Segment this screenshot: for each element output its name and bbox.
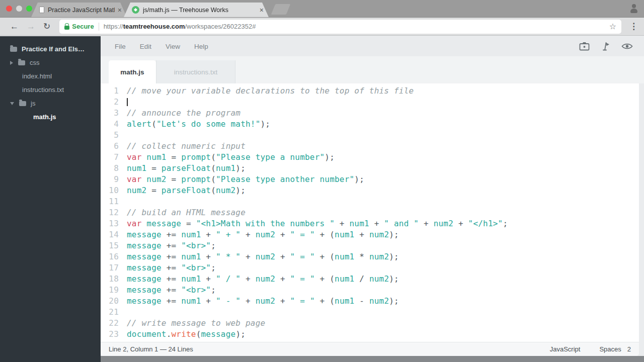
sidebar-item-index-html[interactable]: index.html — [0, 69, 101, 83]
code-token: var — [127, 152, 142, 162]
code-line[interactable]: 14message += num1 + " + " + num2 + " = "… — [101, 229, 639, 240]
forward-button[interactable]: → — [23, 22, 39, 31]
close-tab-icon[interactable]: × — [118, 7, 122, 14]
code-line[interactable]: 2 — [101, 97, 639, 108]
status-indent-type[interactable]: Spaces — [599, 345, 621, 353]
code-line[interactable]: 16message += num1 + " * " + num2 + " = "… — [101, 251, 639, 262]
line-number: 20 — [101, 296, 119, 307]
address-bar[interactable]: Secure https://teamtreehouse.com/workspa… — [59, 20, 621, 34]
code-line[interactable]: 1// move your variable declarations to t… — [101, 85, 639, 97]
sidebar-item-math-js[interactable]: math.js — [0, 110, 101, 124]
reload-button[interactable]: ↻ — [39, 22, 54, 31]
chevron-down-icon[interactable] — [10, 102, 14, 105]
chevron-right-icon[interactable] — [10, 61, 13, 65]
code-token: ); — [325, 152, 335, 162]
code-token: " = " — [290, 252, 315, 261]
sidebar-item-css[interactable]: css — [0, 56, 101, 69]
sidebar-item-label: js — [31, 100, 35, 107]
browser-tab-treehouse-workspace[interactable]: js/math.js — Treehouse Works × — [124, 3, 269, 17]
code-token: = — [181, 219, 196, 228]
code-line[interactable]: 7var num1 = prompt("Please type a number… — [101, 152, 639, 163]
fork-icon[interactable] — [601, 41, 610, 51]
code-token: ); — [261, 119, 271, 129]
code-line[interactable]: 5 — [101, 130, 639, 141]
close-tab-icon[interactable]: × — [260, 7, 264, 14]
code-token: message — [127, 252, 162, 261]
code-line[interactable]: 13var message = "<h1>Math with the numbe… — [101, 218, 639, 229]
code-token: "Let's do some math!" — [156, 119, 261, 129]
editor-tab-math-js[interactable]: math.js — [109, 60, 156, 83]
code-line-content: message += num1 + " - " + num2 + " = " +… — [119, 296, 399, 307]
back-button[interactable]: ← — [6, 22, 23, 31]
code-token: num2 — [256, 296, 275, 306]
code-line[interactable]: 20message += num1 + " - " + num2 + " = "… — [101, 296, 639, 307]
code-line[interactable]: 21 — [101, 307, 639, 318]
code-token: ); — [389, 252, 399, 261]
code-token: ( — [211, 152, 216, 162]
editor-tab-instructions-txt[interactable]: instructions.txt — [156, 60, 235, 83]
code-token: + — [354, 230, 369, 239]
status-language[interactable]: JavaScript — [550, 345, 581, 353]
zoom-window-button[interactable] — [26, 6, 32, 12]
code-line[interactable]: 17message += "<br>"; — [101, 262, 639, 274]
code-token: += — [162, 296, 181, 306]
code-line-content — [119, 97, 128, 108]
sidebar-item-label: math.js — [33, 113, 56, 121]
code-line[interactable]: 8num1 = parseFloat(num1); — [101, 163, 639, 174]
code-token: prompt — [181, 174, 211, 184]
security-chip[interactable]: Secure — [64, 23, 94, 30]
menu-edit[interactable]: Edit — [140, 43, 151, 50]
code-line[interactable]: 18message += num1 + " / " + num2 + " = "… — [101, 274, 639, 285]
code-token: + — [201, 296, 216, 306]
code-token: + — [419, 219, 434, 228]
code-line[interactable]: 11 — [101, 196, 639, 207]
menu-view[interactable]: View — [166, 43, 180, 50]
code-line[interactable]: 22// write message to web page — [101, 318, 639, 329]
sidebar-item-practice-if-and-els[interactable]: Practice If and Els… — [0, 42, 101, 56]
code-line[interactable]: 23document.write(message); — [101, 329, 639, 340]
code-token: " / " — [216, 274, 240, 284]
code-line[interactable]: 10num2 = parseFloat(num2); — [101, 185, 639, 196]
menu-file[interactable]: File — [115, 43, 126, 50]
code-token — [142, 219, 147, 228]
code-line[interactable]: 6// collect numeric input — [101, 141, 639, 152]
code-token: * — [354, 252, 369, 261]
eye-icon[interactable] — [621, 42, 633, 50]
bookmark-star-icon[interactable]: ☆ — [609, 23, 616, 31]
minimize-window-button[interactable] — [16, 6, 22, 12]
code-token: ); — [354, 174, 364, 184]
code-token: ( — [211, 186, 216, 195]
close-window-button[interactable] — [6, 6, 12, 12]
code-token: ; — [503, 219, 508, 228]
code-line[interactable]: 19message += "<br>"; — [101, 285, 639, 296]
browser-tab-practice-javascript-math[interactable]: Practice JavaScript Math × — [31, 3, 127, 17]
line-number: 6 — [101, 141, 119, 152]
code-token: ( — [211, 174, 216, 184]
cursor-position-label: Line 2, Column 1 — 24 Lines — [109, 345, 193, 353]
code-line-content: // write message to web page — [119, 318, 265, 329]
code-line[interactable]: 4alert("Let's do some math!"); — [101, 119, 639, 130]
sidebar-item-instructions-txt[interactable]: instructions.txt — [0, 83, 101, 97]
code-line-content — [119, 307, 127, 318]
code-token: "<br>" — [181, 263, 211, 273]
code-area[interactable]: 1// move your variable declarations to t… — [101, 83, 639, 342]
new-tab-button[interactable] — [271, 4, 290, 15]
code-line[interactable]: 12// build an HTML message — [101, 207, 639, 218]
profile-icon[interactable] — [630, 4, 638, 13]
status-indent-size[interactable]: 2 — [627, 345, 631, 353]
code-line-content — [119, 196, 127, 207]
code-token: += — [162, 285, 181, 295]
code-line[interactable]: 9var num2 = prompt("Please type another … — [101, 174, 639, 185]
code-token: += — [162, 263, 181, 273]
browser-menu-icon[interactable]: ⋮ — [626, 21, 638, 32]
code-line[interactable]: 15message += "<br>"; — [101, 240, 639, 251]
code-line-content: num1 = parseFloat(num1); — [119, 163, 246, 174]
menu-help[interactable]: Help — [194, 43, 208, 50]
code-token: + — [275, 274, 290, 284]
code-token: num2 — [369, 252, 389, 261]
code-line-content: message += num1 + " + " + num2 + " = " +… — [119, 229, 399, 240]
code-line[interactable]: 3// announce the program — [101, 108, 639, 119]
sidebar-item-js[interactable]: js — [0, 97, 101, 110]
camera-icon[interactable] — [579, 42, 590, 51]
code-token: // build an HTML message — [127, 208, 246, 217]
